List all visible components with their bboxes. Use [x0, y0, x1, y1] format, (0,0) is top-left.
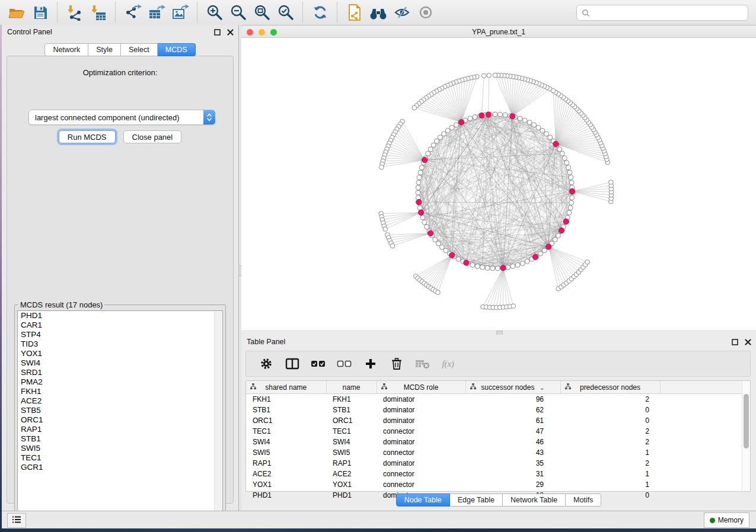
network-node[interactable] — [438, 135, 442, 140]
network-node[interactable] — [557, 147, 562, 152]
dominator-node[interactable] — [553, 141, 559, 146]
network-node[interactable] — [435, 139, 439, 143]
network-node[interactable] — [536, 125, 541, 130]
network-node[interactable] — [416, 185, 420, 190]
network-node[interactable] — [444, 248, 448, 253]
network-node[interactable] — [495, 266, 500, 271]
close-panel-button[interactable]: Close panel — [123, 130, 182, 143]
network-node[interactable] — [433, 238, 438, 242]
dominator-node[interactable] — [479, 113, 484, 118]
table-scrollbar[interactable] — [742, 381, 750, 491]
hide-eye-icon[interactable] — [393, 4, 411, 21]
table-row[interactable]: RAP1RAP1dominator352 — [246, 458, 742, 469]
dominator-node[interactable] — [500, 265, 506, 271]
network-node[interactable] — [445, 128, 450, 133]
tab-network[interactable]: Network — [44, 43, 88, 56]
show-panels-button[interactable] — [7, 513, 26, 528]
network-node[interactable] — [493, 112, 497, 117]
dominator-node[interactable] — [486, 112, 491, 117]
dominator-node[interactable] — [449, 252, 455, 258]
network-node[interactable] — [487, 73, 492, 78]
mcds-result-item[interactable]: PHD1 — [18, 311, 222, 321]
network-node[interactable] — [609, 180, 614, 185]
delete-table-icon[interactable] — [415, 356, 430, 371]
table-tab-edge-table[interactable]: Edge Table — [450, 493, 503, 507]
zoom-fit-icon[interactable] — [253, 4, 271, 21]
network-node[interactable] — [436, 241, 441, 246]
network-node[interactable] — [417, 206, 422, 210]
network-node[interactable] — [485, 265, 490, 270]
table-row[interactable]: FKH1FKH1dominator962 — [246, 394, 742, 405]
network-node[interactable] — [527, 120, 532, 125]
network-node[interactable] — [426, 151, 430, 156]
optimization-criterion-select[interactable]: largest connected component (undirected) — [28, 110, 215, 125]
network-node[interactable] — [383, 227, 388, 232]
network-node[interactable] — [566, 165, 571, 170]
network-node[interactable] — [498, 112, 503, 117]
network-node[interactable] — [540, 128, 545, 133]
network-node[interactable] — [473, 115, 477, 120]
dominator-node[interactable] — [569, 188, 575, 194]
close-panel-icon[interactable] — [225, 27, 235, 37]
memory-button[interactable]: Memory — [704, 512, 749, 528]
mcds-result-item[interactable]: SWI5 — [18, 444, 222, 453]
mcds-result-item[interactable]: ACE2 — [18, 396, 222, 406]
network-node[interactable] — [551, 89, 556, 94]
mcds-result-item[interactable]: STB1 — [18, 434, 222, 444]
mcds-list-scrollbar[interactable] — [214, 312, 222, 514]
mcds-result-item[interactable]: ORC1 — [18, 415, 222, 425]
table-row[interactable]: YOX1YOX1connector291 — [246, 479, 742, 490]
network-node[interactable] — [475, 264, 480, 269]
column-header-MCDS-role[interactable]: MCDS role — [377, 381, 465, 394]
network-node[interactable] — [379, 165, 384, 169]
table-row[interactable]: TEC1TEC1connector472 — [246, 426, 742, 437]
zoom-in-icon[interactable] — [206, 4, 224, 21]
network-node[interactable] — [569, 175, 573, 180]
network-node[interactable] — [562, 156, 567, 161]
save-icon[interactable] — [31, 4, 49, 21]
dominator-node[interactable] — [416, 200, 422, 205]
column-header-predecessor-nodes[interactable]: predecessor nodes — [560, 381, 660, 394]
network-node[interactable] — [439, 245, 444, 249]
network-node[interactable] — [538, 251, 543, 256]
network-node[interactable] — [420, 215, 425, 220]
network-node[interactable] — [454, 123, 458, 127]
dominator-node[interactable] — [422, 158, 428, 163]
columns-icon[interactable] — [285, 356, 300, 371]
export-table-icon[interactable] — [148, 4, 165, 21]
network-node[interactable] — [520, 261, 525, 266]
mcds-result-item[interactable]: TEC1 — [18, 453, 222, 463]
delete-icon[interactable] — [389, 356, 404, 371]
network-node[interactable] — [428, 147, 433, 152]
dominator-node[interactable] — [559, 227, 564, 233]
network-node[interactable] — [532, 123, 537, 127]
network-node[interactable] — [419, 165, 424, 170]
binoculars-icon[interactable] — [369, 4, 387, 21]
network-node[interactable] — [480, 265, 485, 270]
network-node[interactable] — [505, 265, 510, 270]
network-node[interactable] — [569, 200, 574, 205]
network-node[interactable] — [568, 206, 573, 210]
dominator-node[interactable] — [532, 254, 538, 259]
network-node[interactable] — [442, 132, 446, 136]
import-network-icon[interactable] — [66, 4, 84, 21]
network-node[interactable] — [567, 170, 572, 175]
network-node[interactable] — [490, 266, 495, 271]
mcds-result-item[interactable]: GCR1 — [18, 463, 222, 472]
table-float-panel-icon[interactable] — [730, 337, 739, 347]
network-node[interactable] — [416, 180, 421, 185]
mcds-result-item[interactable]: PMA2 — [18, 377, 222, 387]
network-node[interactable] — [511, 264, 515, 269]
network-node[interactable] — [417, 175, 422, 180]
mcds-result-item[interactable]: STP4 — [18, 330, 222, 339]
mcds-result-item[interactable]: RAP1 — [18, 425, 222, 434]
network-node[interactable] — [425, 225, 429, 229]
run-mcds-button[interactable]: Run MCDS — [59, 130, 116, 143]
column-header-shared-name[interactable]: shared name — [246, 381, 326, 394]
tab-mcds[interactable]: MCDS — [158, 43, 196, 56]
table-tab-node-table[interactable]: Node Table — [396, 493, 450, 507]
gear-icon[interactable] — [259, 356, 274, 371]
check-all-icon[interactable] — [311, 356, 326, 371]
network-node[interactable] — [456, 257, 461, 261]
show-eye-icon[interactable] — [417, 4, 435, 21]
